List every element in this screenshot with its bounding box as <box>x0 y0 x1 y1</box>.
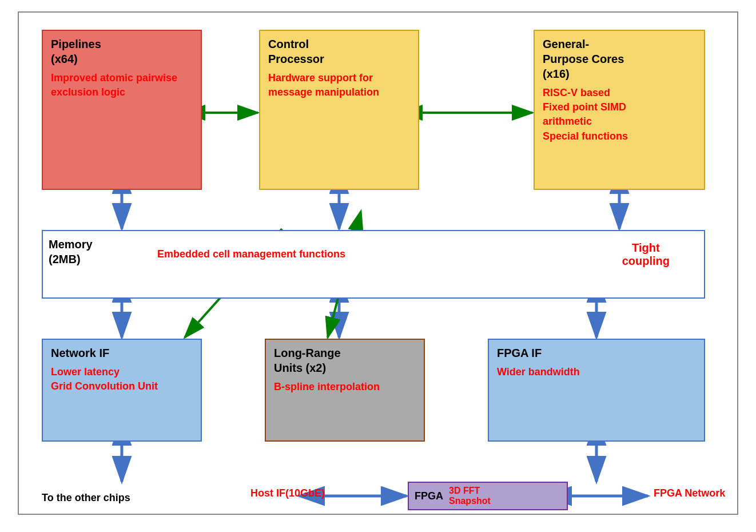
tight-coupling-label: Tight coupling <box>622 241 670 268</box>
host-if-label: Host IF(10GbE) <box>250 487 325 499</box>
network-features: Lower latency Grid Convolution Unit <box>51 365 193 394</box>
memory-title: Memory <box>49 237 93 252</box>
control-features: Hardware support for message manipulatio… <box>268 71 410 100</box>
control-block: Control Processor Hardware support for m… <box>259 30 419 190</box>
pipelines-title: Pipelines <box>51 37 193 51</box>
embedded-label: Embedded cell management functions <box>157 248 345 260</box>
gp-title: General-Purpose Cores (x16) <box>543 37 696 81</box>
memory-bar: Memory (2MB) Embedded cell management fu… <box>42 230 705 299</box>
pipelines-block: Pipelines (x64) Improved atomic pairwise… <box>42 30 202 190</box>
fpga-bottom-title: FPGA <box>415 490 443 502</box>
pipelines-features: Improved atomic pairwise exclusion logic <box>51 71 193 100</box>
longrange-block: Long-Range Units (x2) B-spline interpola… <box>265 339 425 442</box>
network-title: Network IF <box>51 346 193 360</box>
fpga-if-title: FPGA IF <box>497 346 696 360</box>
fpga-bottom-features: 3D FFT Snapshot <box>449 486 491 506</box>
gp-cores-block: General-Purpose Cores (x16) RISC-V based… <box>534 30 705 190</box>
pipelines-subtitle: (x64) <box>51 51 193 66</box>
to-other-chips-label: To the other chips <box>42 492 130 504</box>
network-if-block: Network IF Lower latency Grid Convolutio… <box>42 339 202 442</box>
fpga-network-label: FPGA Network <box>654 487 725 499</box>
fpga-bottom-block: FPGA 3D FFT Snapshot <box>408 482 568 510</box>
main-diagram: Pipelines (x64) Improved atomic pairwise… <box>18 11 738 515</box>
gp-features: RISC-V based Fixed point SIMD arithmetic… <box>543 86 696 144</box>
memory-subtitle: (2MB) <box>49 252 93 267</box>
control-title: Control Processor <box>268 37 410 66</box>
longrange-title: Long-Range Units (x2) <box>274 346 416 375</box>
fpga-if-block: FPGA IF Wider bandwidth <box>488 339 705 442</box>
longrange-features: B-spline interpolation <box>274 380 416 394</box>
fpga-if-features: Wider bandwidth <box>497 365 696 379</box>
